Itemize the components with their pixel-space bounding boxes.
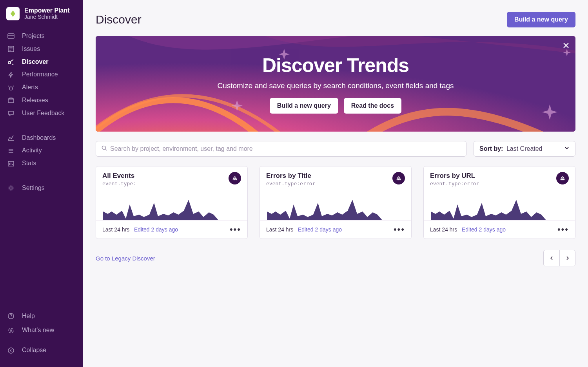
whats-new-icon xyxy=(7,327,15,334)
org-name: Empower Plant xyxy=(24,7,70,14)
user-name: Jane Schmidt xyxy=(24,14,70,20)
query-card[interactable]: Errors by Title event.type:error Last 24… xyxy=(260,166,412,239)
sidebar-header: Empower Plant Jane Schmidt xyxy=(0,5,83,27)
svg-point-8 xyxy=(10,330,12,331)
sidebar-item-discover[interactable]: Discover xyxy=(0,56,83,69)
sentry-badge-icon xyxy=(392,172,405,184)
sidebar-label: Stats xyxy=(22,159,36,168)
projects-icon xyxy=(7,32,15,40)
card-title: Errors by URL xyxy=(430,172,479,180)
sidebar-label: Alerts xyxy=(22,83,38,92)
banner-read-docs-button[interactable]: Read the docs xyxy=(344,98,401,114)
sidebar-item-settings[interactable]: Settings xyxy=(0,182,83,195)
svg-rect-4 xyxy=(8,99,14,103)
sidebar-item-projects[interactable]: Projects xyxy=(0,30,83,43)
search-box[interactable] xyxy=(96,141,466,157)
sidebar-label: User Feedback xyxy=(22,109,65,118)
card-period: Last 24 hrs xyxy=(102,226,129,233)
query-card[interactable]: All Events event.type: Last 24 hrs Edite… xyxy=(96,166,248,239)
sort-value: Last Created xyxy=(506,145,543,152)
discover-icon xyxy=(7,58,15,66)
svg-point-11 xyxy=(102,146,106,150)
card-edited: Edited 2 days ago xyxy=(298,226,342,233)
org-logo-icon xyxy=(6,7,20,20)
discover-banner: Discover Trends Customize and save queri… xyxy=(96,36,575,132)
sidebar-label: Activity xyxy=(22,146,42,155)
card-query: event.type: xyxy=(102,181,136,186)
legacy-discover-link[interactable]: Go to Legacy Discover xyxy=(96,255,155,262)
sentry-badge-icon xyxy=(556,172,569,184)
sidebar-item-alerts[interactable]: Alerts xyxy=(0,81,83,94)
banner-build-query-button[interactable]: Build a new query xyxy=(270,98,338,114)
sidebar-item-performance[interactable]: Performance xyxy=(0,68,83,81)
svg-point-6 xyxy=(10,187,12,189)
query-card[interactable]: Errors by URL event.type:error Last 24 h… xyxy=(423,166,575,239)
card-menu-icon[interactable]: ••• xyxy=(394,224,405,235)
card-edited: Edited 2 days ago xyxy=(462,226,506,233)
sidebar-item-help[interactable]: Help xyxy=(0,309,83,324)
main-content: Discover Build a new query xyxy=(83,0,588,367)
svg-point-2 xyxy=(8,61,11,64)
sidebar-item-collapse[interactable]: Collapse xyxy=(0,343,83,358)
card-menu-icon[interactable]: ••• xyxy=(230,224,241,235)
card-period: Last 24 hrs xyxy=(266,226,293,233)
build-query-button[interactable]: Build a new query xyxy=(507,12,575,27)
sidebar: Empower Plant Jane Schmidt Projects Issu… xyxy=(0,0,83,367)
sentry-badge-icon xyxy=(229,172,241,184)
feedback-icon xyxy=(7,109,15,117)
sidebar-label: Issues xyxy=(22,45,40,53)
next-page-button[interactable] xyxy=(559,250,575,266)
svg-point-9 xyxy=(8,348,14,353)
svg-rect-0 xyxy=(8,34,14,38)
banner-title: Discover Trends xyxy=(262,54,409,77)
chevron-down-icon xyxy=(564,145,570,152)
card-query: event.type:error xyxy=(430,181,479,186)
activity-icon xyxy=(7,147,15,155)
help-icon xyxy=(7,312,15,320)
collapse-icon xyxy=(7,347,15,354)
search-icon xyxy=(102,145,107,152)
sidebar-item-stats[interactable]: Stats xyxy=(0,157,83,170)
sidebar-item-dashboards[interactable]: Dashboards xyxy=(0,132,83,145)
issues-icon xyxy=(7,45,15,53)
stats-icon xyxy=(7,160,15,168)
sidebar-item-activity[interactable]: Activity xyxy=(0,144,83,157)
sidebar-item-user-feedback[interactable]: User Feedback xyxy=(0,107,83,120)
sort-label: Sort by: xyxy=(479,145,503,152)
sidebar-label: Settings xyxy=(22,184,45,192)
search-input[interactable] xyxy=(110,145,461,152)
sidebar-label: Collapse xyxy=(22,346,46,354)
sidebar-label: Projects xyxy=(22,32,45,40)
card-edited: Edited 2 days ago xyxy=(134,226,178,233)
card-sparkline xyxy=(96,188,247,220)
card-menu-icon[interactable]: ••• xyxy=(557,224,569,235)
sidebar-label: What's new xyxy=(22,326,54,334)
page-title: Discover xyxy=(96,13,142,26)
card-title: Errors by Title xyxy=(266,172,315,180)
dashboards-icon xyxy=(7,134,15,142)
prev-page-button[interactable] xyxy=(544,250,559,266)
card-query: event.type:error xyxy=(266,181,315,186)
settings-icon xyxy=(7,184,15,192)
sidebar-label: Releases xyxy=(22,96,48,105)
card-sparkline xyxy=(260,188,411,220)
sort-dropdown[interactable]: Sort by: Last Created xyxy=(474,141,575,157)
sidebar-label: Dashboards xyxy=(22,134,56,142)
card-period: Last 24 hrs xyxy=(430,226,457,233)
pagination xyxy=(543,250,575,266)
sidebar-item-releases[interactable]: Releases xyxy=(0,94,83,107)
sidebar-label: Help xyxy=(22,312,35,320)
releases-icon xyxy=(7,96,15,104)
alerts-icon xyxy=(7,84,15,92)
sidebar-item-issues[interactable]: Issues xyxy=(0,43,83,56)
svg-point-3 xyxy=(9,87,13,90)
card-sparkline xyxy=(424,188,575,220)
banner-subtitle: Customize and save queries by search con… xyxy=(217,81,454,90)
sidebar-label: Performance xyxy=(22,71,58,79)
card-title: All Events xyxy=(102,172,136,180)
sidebar-label: Discover xyxy=(22,58,49,66)
sidebar-item-whats-new[interactable]: What's new xyxy=(0,323,83,338)
performance-icon xyxy=(7,71,15,79)
